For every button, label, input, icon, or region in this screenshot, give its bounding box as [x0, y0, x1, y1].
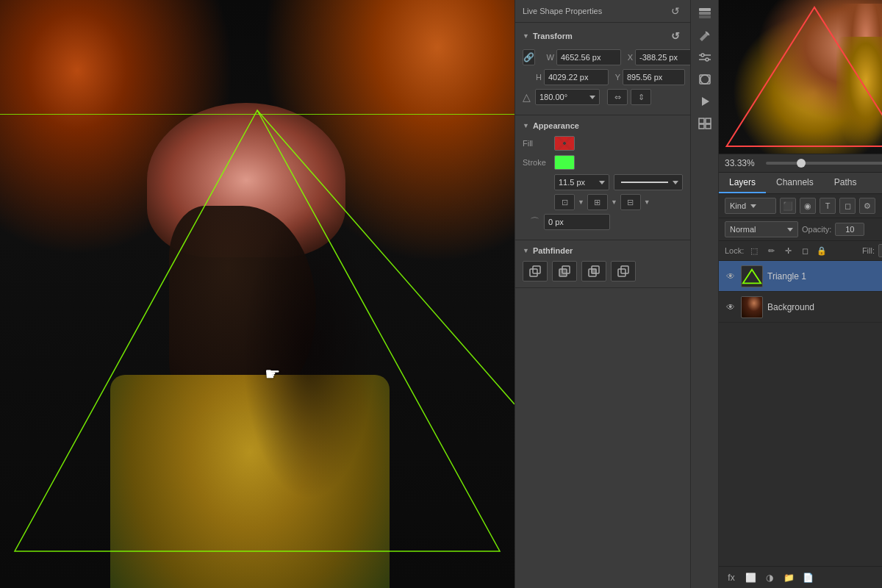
pathfinder-section: ▼ Pathfinder — [515, 240, 690, 288]
pathfinder-label: Pathfinder — [533, 246, 573, 255]
arrange-tool-icon[interactable] — [694, 113, 716, 134]
cursor-pointer: ☛ — [265, 364, 281, 384]
angle-value: 180.00° — [539, 93, 567, 101]
x-label: X — [624, 53, 633, 62]
angle-row: △ 180.00° ⇔ ⇕ — [523, 89, 683, 105]
stroke-size-dropdown-icon — [599, 181, 605, 184]
lock-all-btn[interactable]: 🔒 — [815, 244, 828, 257]
tool-strip — [691, 0, 719, 588]
link-proportions-btn[interactable]: 🔗 — [523, 49, 535, 65]
svg-rect-13 — [699, 15, 711, 18]
svg-point-21 — [700, 75, 709, 84]
lock-transparent-btn[interactable]: ⬚ — [747, 244, 761, 257]
fill-pct-value[interactable]: 10 — [878, 244, 882, 257]
reset-button[interactable]: ↺ — [668, 4, 683, 18]
kind-dropdown[interactable]: Kind — [725, 198, 776, 214]
add-mask-btn[interactable]: ⬜ — [744, 571, 757, 584]
visibility-toggle-background[interactable]: 👁 — [725, 301, 736, 313]
stroke-cap-btn[interactable]: ⊞ — [587, 194, 608, 210]
layer-thumbnail-triangle — [741, 265, 763, 287]
transform-chevron: ▼ — [523, 32, 529, 40]
tab-channels[interactable]: Channels — [766, 173, 824, 193]
pathfinder-unite-btn[interactable] — [523, 261, 548, 282]
lock-pixels-btn[interactable]: ✏ — [764, 244, 778, 257]
svg-rect-10 — [621, 266, 628, 273]
width-input[interactable] — [556, 49, 621, 65]
filter-smart-btn[interactable]: ⚙ — [859, 198, 875, 214]
play-tool-icon[interactable] — [694, 91, 716, 112]
pathfinder-buttons — [523, 261, 683, 282]
lock-position-btn[interactable]: ✛ — [781, 244, 795, 257]
layer-thumbnail-background — [741, 296, 763, 318]
corner-icon: ⌒ — [530, 215, 539, 229]
flip-h-btn[interactable]: ⇔ — [607, 89, 628, 105]
thumbnail-image — [719, 0, 882, 154]
stroke-style-dropdown[interactable] — [614, 174, 683, 190]
filter-adjust-btn[interactable]: ◉ — [800, 198, 816, 214]
stroke-size-value: 11.5 px — [559, 178, 585, 187]
pathfinder-section-title[interactable]: ▼ Pathfinder — [523, 246, 683, 255]
stroke-size-input[interactable]: 11.5 px — [554, 174, 609, 190]
new-group-btn[interactable]: 📁 — [782, 571, 795, 584]
svg-point-15 — [701, 54, 704, 57]
pathfinder-subtract-btn[interactable] — [552, 261, 577, 282]
transform-label: Transform — [533, 32, 573, 40]
cap-dropdown-arrow: ▼ — [611, 198, 617, 206]
angle-input[interactable]: 180.00° — [535, 89, 600, 105]
y-input[interactable] — [623, 69, 685, 85]
transform-section-title[interactable]: ▼ Transform ↺ — [523, 29, 683, 43]
transform-reset[interactable]: ↺ — [668, 29, 683, 43]
new-layer-btn[interactable]: 📄 — [801, 571, 814, 584]
appearance-label: Appearance — [533, 121, 579, 130]
adjustments-tool-icon[interactable] — [694, 47, 716, 68]
zoom-slider[interactable] — [766, 162, 882, 165]
stroke-color-swatch[interactable] — [554, 155, 575, 170]
pathfinder-intersect-btn[interactable] — [581, 261, 606, 282]
svg-marker-29 — [743, 269, 761, 283]
panel-header: Live Shape Properties ↺ — [515, 0, 690, 23]
flip-v-btn[interactable]: ⇕ — [631, 89, 651, 105]
zoom-thumb — [797, 159, 806, 168]
y-field-group: Y — [612, 69, 685, 85]
zoom-bar: 33.33% ⊞ — [719, 154, 882, 173]
fill-pct-label: Fill: — [862, 246, 875, 255]
kind-chevron-icon — [750, 204, 756, 208]
svg-rect-9 — [618, 269, 625, 276]
blend-mode-dropdown[interactable]: Normal — [725, 221, 798, 237]
wh-fields: W X — [539, 49, 691, 65]
opacity-value[interactable]: 10 — [835, 223, 864, 236]
svg-marker-28 — [727, 7, 882, 146]
adjustment-layer-btn[interactable]: ◑ — [763, 571, 776, 584]
blend-mode-value: Normal — [730, 225, 756, 234]
svg-rect-4 — [559, 269, 567, 276]
filter-shape-btn[interactable]: ◻ — [839, 198, 856, 214]
tab-paths[interactable]: Paths — [824, 173, 867, 193]
layer-item-triangle[interactable]: 👁 Triangle 1 — [719, 261, 882, 292]
fill-color-swatch[interactable] — [554, 136, 575, 151]
stroke-align-inside-btn[interactable]: ⊡ — [554, 194, 575, 210]
filter-pixel-btn[interactable]: ⬛ — [780, 198, 796, 214]
blend-mode-chevron-icon — [787, 228, 793, 232]
layer-item-background[interactable]: 👁 Background — [719, 292, 882, 323]
add-layer-style-btn[interactable]: fx — [725, 571, 738, 584]
edit-tool-icon[interactable] — [694, 25, 716, 46]
layers-tool-icon[interactable] — [694, 3, 716, 24]
svg-rect-2 — [530, 269, 537, 276]
height-input[interactable] — [544, 69, 609, 85]
x-input[interactable] — [635, 49, 691, 65]
svg-marker-23 — [702, 97, 709, 106]
shapes-tool-icon[interactable] — [694, 69, 716, 90]
tab-layers[interactable]: Layers — [719, 173, 766, 193]
triangle-shape — [0, 0, 514, 588]
lock-label: Lock: — [725, 246, 744, 255]
stroke-join-btn[interactable]: ⊟ — [620, 194, 641, 210]
appearance-section-title[interactable]: ▼ Appearance — [523, 121, 683, 130]
svg-rect-27 — [706, 124, 711, 129]
visibility-toggle-triangle[interactable]: 👁 — [725, 270, 736, 282]
filter-type-btn[interactable]: T — [820, 198, 836, 214]
svg-point-16 — [706, 58, 709, 61]
pathfinder-exclude-btn[interactable] — [611, 261, 636, 282]
lock-artboard-btn[interactable]: ◻ — [798, 244, 811, 257]
appearance-section: ▼ Appearance Fill Stroke 11.5 px — [515, 115, 690, 240]
corner-radius-input[interactable] — [544, 214, 610, 230]
